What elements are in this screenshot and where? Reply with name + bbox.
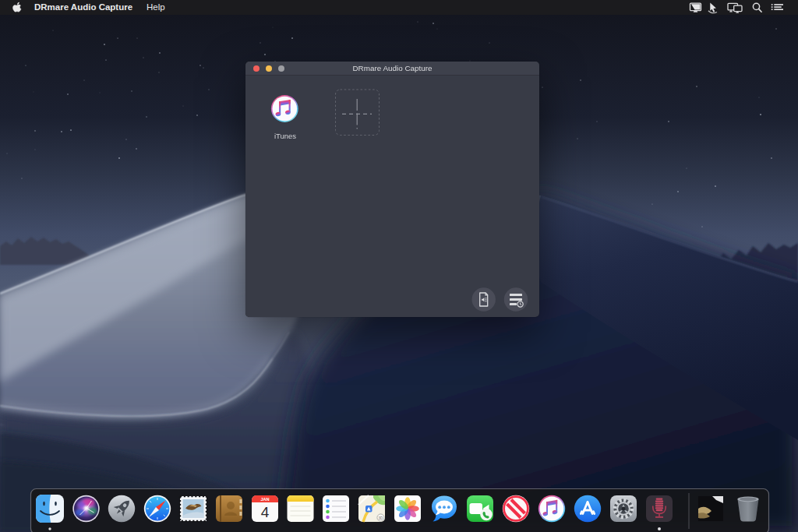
svg-text:JAN: JAN: [260, 497, 269, 502]
svg-text:3D: 3D: [378, 516, 383, 520]
svg-text:4: 4: [261, 504, 270, 520]
